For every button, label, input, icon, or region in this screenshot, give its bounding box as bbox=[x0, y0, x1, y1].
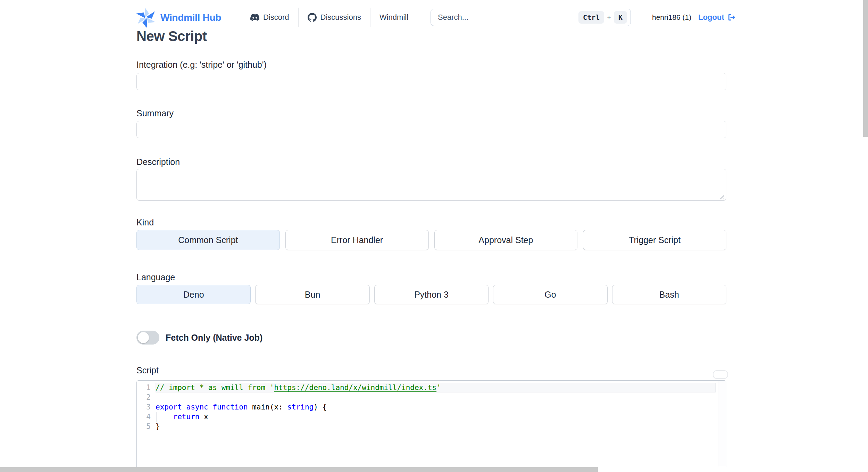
code-token: main(x: bbox=[248, 403, 287, 411]
kbd-plus-separator: + bbox=[607, 14, 611, 22]
nav-item-windmill[interactable]: Windmill bbox=[370, 13, 417, 22]
kind-option-error-handler[interactable]: Error Handler bbox=[285, 230, 429, 250]
line-number: 1 bbox=[137, 383, 151, 392]
integration-input[interactable] bbox=[136, 73, 726, 90]
brand-home-link[interactable]: Windmill Hub bbox=[136, 8, 221, 28]
logout-button[interactable]: Logout bbox=[698, 13, 736, 22]
kind-option-approval-step[interactable]: Approval Step bbox=[434, 230, 578, 250]
language-label: Language bbox=[136, 272, 175, 282]
description-label: Description bbox=[136, 157, 180, 167]
indent-guide bbox=[156, 412, 157, 422]
language-option-python-3[interactable]: Python 3 bbox=[374, 285, 489, 304]
kind-option-common-script[interactable]: Common Script bbox=[136, 230, 280, 250]
horizontal-scrollbar-track[interactable] bbox=[0, 467, 868, 472]
script-code-editor[interactable]: 12345 // import * as wmill from 'https:/… bbox=[136, 380, 726, 472]
nav-item-discord[interactable]: Discord bbox=[241, 13, 298, 22]
header-nav: Discord Discussions Windmill bbox=[241, 0, 417, 35]
code-token: x bbox=[199, 413, 208, 421]
search-input[interactable] bbox=[437, 13, 578, 22]
username: henri186 (1) bbox=[652, 13, 691, 22]
line-number: 2 bbox=[137, 392, 151, 402]
code-line: } bbox=[156, 422, 716, 431]
vertical-scrollbar-track[interactable] bbox=[863, 0, 868, 472]
integration-label: Integration (e.g: 'stripe' or 'github') bbox=[136, 60, 267, 70]
fetch-only-label: Fetch Only (Native Job) bbox=[166, 333, 262, 343]
logout-icon bbox=[727, 13, 736, 22]
fetch-only-toggle[interactable] bbox=[136, 331, 159, 345]
code-token: function bbox=[212, 403, 248, 411]
code-token: return bbox=[173, 413, 200, 421]
kind-options: Common ScriptError HandlerApproval StepT… bbox=[136, 230, 726, 250]
language-option-deno[interactable]: Deno bbox=[136, 285, 251, 304]
editor-code-area[interactable]: // import * as wmill from 'https://deno.… bbox=[156, 383, 716, 431]
page-title: New Script bbox=[136, 28, 207, 44]
github-icon bbox=[308, 13, 317, 22]
line-number: 3 bbox=[137, 402, 151, 412]
discord-icon bbox=[250, 13, 259, 22]
code-line: return x bbox=[156, 412, 716, 422]
fetch-only-row: Fetch Only (Native Job) bbox=[136, 331, 262, 345]
language-option-bun[interactable]: Bun bbox=[255, 285, 369, 304]
nav-label-discussions: Discussions bbox=[320, 13, 361, 22]
code-token: export bbox=[156, 403, 182, 411]
kbd-k-badge: K bbox=[614, 11, 627, 24]
code-token bbox=[182, 403, 186, 411]
code-token: // import * as wmill from ' bbox=[156, 383, 274, 392]
kind-option-trigger-script[interactable]: Trigger Script bbox=[583, 230, 726, 250]
user-area: henri186 (1) Logout bbox=[652, 0, 736, 35]
code-token: https://deno.land/x/windmill/index.ts bbox=[274, 383, 436, 392]
code-token: ' bbox=[436, 383, 441, 392]
code-token: string bbox=[287, 403, 314, 411]
code-line: export async function main(x: string) { bbox=[156, 402, 716, 412]
vertical-scrollbar-thumb[interactable] bbox=[863, 0, 868, 137]
editor-scrollbar-track[interactable] bbox=[718, 381, 726, 472]
page: Windmill Hub Discord Discussions Windmil… bbox=[0, 0, 868, 472]
code-token: async bbox=[186, 403, 208, 411]
nav-item-discussions[interactable]: Discussions bbox=[299, 13, 370, 22]
language-option-go[interactable]: Go bbox=[493, 285, 607, 304]
code-token bbox=[156, 413, 173, 421]
code-token: ) { bbox=[314, 403, 327, 411]
code-token: } bbox=[156, 422, 160, 431]
kind-label: Kind bbox=[136, 217, 154, 227]
summary-label: Summary bbox=[136, 108, 174, 118]
language-options: DenoBunPython 3GoBash bbox=[136, 285, 726, 304]
description-textarea[interactable] bbox=[136, 169, 726, 201]
brand-name: Windmill Hub bbox=[160, 12, 221, 23]
line-number: 4 bbox=[137, 412, 151, 422]
line-number: 5 bbox=[137, 422, 151, 431]
nav-label-discord: Discord bbox=[263, 13, 289, 22]
nav-label-windmill: Windmill bbox=[379, 13, 408, 22]
code-token bbox=[208, 403, 213, 411]
editor-gutter: 12345 bbox=[137, 383, 151, 431]
horizontal-scrollbar-thumb[interactable] bbox=[0, 467, 598, 472]
kbd-ctrl-badge: Ctrl bbox=[578, 11, 604, 24]
toggle-knob bbox=[138, 332, 149, 343]
logout-label: Logout bbox=[698, 13, 724, 22]
windmill-logo-icon bbox=[136, 8, 156, 27]
code-line: // import * as wmill from 'https://deno.… bbox=[156, 383, 716, 392]
code-line bbox=[156, 392, 716, 402]
language-option-bash[interactable]: Bash bbox=[612, 285, 726, 304]
search-box[interactable]: Ctrl + K bbox=[431, 9, 631, 26]
script-label: Script bbox=[136, 365, 159, 375]
editor-mode-toggle-pill[interactable] bbox=[713, 370, 728, 379]
summary-input[interactable] bbox=[136, 121, 726, 138]
